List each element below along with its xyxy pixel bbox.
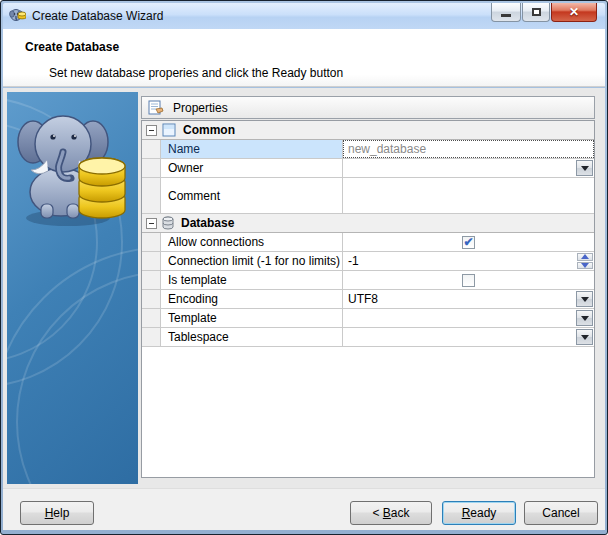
cancel-button[interactable]: Cancel (524, 501, 598, 525)
connection-limit-label: Connection limit (-1 for no limits) (161, 252, 343, 270)
connection-limit-spinner (577, 253, 593, 269)
help-button[interactable]: Help (20, 501, 94, 525)
encoding-value: UTF8 (343, 292, 378, 306)
page-subtitle: Set new database properies and click the… (49, 66, 343, 80)
postgresql-elephant-logo (13, 100, 132, 230)
comment-label: Comment (161, 178, 343, 213)
encoding-dropdown-button[interactable] (576, 291, 593, 307)
row-owner[interactable]: Owner (142, 159, 594, 178)
row-template[interactable]: Template (142, 309, 594, 328)
chevron-down-icon (581, 166, 589, 171)
window-elephant-icon (9, 8, 26, 25)
row-gutter (142, 328, 161, 346)
properties-icon (148, 100, 164, 116)
properties-panel-title: Properties (173, 101, 228, 115)
is-template-label: Is template (161, 271, 343, 289)
common-section-icon (162, 123, 176, 137)
back-button[interactable]: < Back (350, 501, 432, 525)
chevron-down-icon (581, 316, 589, 321)
row-tablespace[interactable]: Tablespace (142, 328, 594, 347)
template-label: Template (161, 309, 343, 327)
spinner-up-icon (581, 254, 589, 259)
allow-connections-value-cell: ✔ (343, 233, 594, 251)
row-gutter (142, 233, 161, 251)
row-gutter (142, 290, 161, 308)
ready-button[interactable]: Ready (442, 501, 516, 525)
close-button[interactable]: ✕ (551, 3, 597, 22)
owner-dropdown-button[interactable] (576, 160, 593, 176)
name-value: new_database (344, 142, 426, 156)
collapse-database-icon[interactable] (146, 218, 157, 229)
create-database-wizard-window: Create Database Wizard ✕ Create Database… (0, 0, 608, 535)
row-gutter (142, 309, 161, 327)
tablespace-dropdown-button[interactable] (576, 329, 593, 345)
maximize-icon (532, 8, 541, 16)
maximize-button[interactable] (522, 3, 550, 22)
properties-grid: Common Name new_database Owner (141, 120, 595, 478)
owner-label: Owner (161, 159, 343, 177)
close-icon: ✕ (569, 5, 579, 19)
tablespace-label: Tablespace (161, 328, 343, 346)
row-gutter (142, 140, 161, 158)
encoding-value-cell[interactable]: UTF8 (343, 290, 594, 308)
database-section-icon (162, 216, 174, 230)
section-common-label: Common (183, 123, 235, 137)
owner-value-cell[interactable] (343, 159, 594, 177)
allow-connections-label: Allow connections (161, 233, 343, 251)
allow-connections-checkbox[interactable]: ✔ (462, 236, 475, 249)
encoding-label: Encoding (161, 290, 343, 308)
page-title: Create Database (25, 40, 119, 54)
template-dropdown-button[interactable] (576, 310, 593, 326)
wizard-sidebar (7, 92, 138, 484)
main-area: Properties Common Name new_database (3, 88, 605, 488)
connection-limit-value: -1 (343, 254, 359, 268)
connection-limit-value-cell[interactable]: -1 (343, 252, 594, 270)
comment-value-cell[interactable] (343, 178, 594, 213)
row-allow-connections[interactable]: Allow connections ✔ (142, 233, 594, 252)
check-icon: ✔ (463, 237, 473, 247)
chevron-down-icon (581, 335, 589, 340)
collapse-common-icon[interactable] (146, 125, 157, 136)
is-template-checkbox[interactable] (462, 274, 475, 287)
name-value-cell: new_database (343, 140, 594, 158)
template-value-cell[interactable] (343, 309, 594, 327)
row-name[interactable]: Name new_database (142, 140, 594, 159)
row-gutter (142, 271, 161, 289)
properties-panel-header: Properties (141, 96, 595, 119)
window-title: Create Database Wizard (32, 9, 163, 23)
wizard-header: Create Database Set new database properi… (3, 29, 605, 87)
row-gutter (142, 252, 161, 270)
button-bar: Help < Back Ready Cancel (3, 488, 605, 530)
name-label: Name (161, 140, 343, 158)
minimize-button[interactable] (491, 3, 521, 22)
row-gutter (142, 178, 161, 213)
titlebar[interactable]: Create Database Wizard ✕ (3, 3, 605, 29)
name-input[interactable]: new_database (343, 140, 594, 158)
spinner-down-button[interactable] (577, 262, 593, 270)
chevron-down-icon (581, 297, 589, 302)
window-controls: ✕ (490, 3, 597, 22)
spinner-up-button[interactable] (577, 253, 593, 261)
section-database-label: Database (181, 216, 234, 230)
row-gutter (142, 159, 161, 177)
section-common[interactable]: Common (142, 121, 594, 140)
minimize-icon (501, 14, 511, 17)
tablespace-value-cell[interactable] (343, 328, 594, 346)
row-encoding[interactable]: Encoding UTF8 (142, 290, 594, 309)
row-is-template[interactable]: Is template (142, 271, 594, 290)
is-template-value-cell (343, 271, 594, 289)
row-connection-limit[interactable]: Connection limit (-1 for no limits) -1 (142, 252, 594, 271)
spinner-down-icon (581, 263, 589, 268)
section-database[interactable]: Database (142, 214, 594, 233)
row-comment[interactable]: Comment (142, 178, 594, 214)
